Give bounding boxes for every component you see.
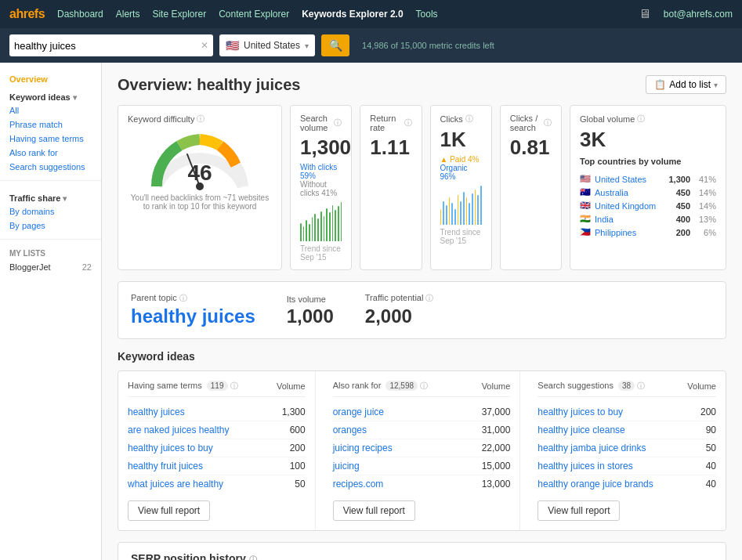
ki-keyword-link[interactable]: healthy juices: [128, 406, 185, 417]
clicks-value: 1K: [440, 128, 482, 152]
search-clear-icon[interactable]: ✕: [201, 40, 208, 51]
sv-bar: [309, 224, 310, 241]
parent-topic-volume-item: Its volume 1,000: [287, 294, 334, 327]
country-name[interactable]: United Kingdom: [595, 201, 658, 211]
ki-info-icon[interactable]: ⓘ: [230, 381, 238, 390]
serp-info-icon[interactable]: ⓘ: [249, 555, 257, 560]
sv-with-clicks[interactable]: With clicks 59%: [300, 163, 342, 180]
sv-bar: [324, 216, 325, 241]
gv-value: 3K: [580, 128, 716, 152]
nav-keywords-explorer[interactable]: Keywords Explorer 2.0: [302, 9, 403, 20]
ki-col-header: Search suggestions 38 ⓘ Volume: [537, 381, 716, 397]
ki-keyword-link[interactable]: juicing recipes: [333, 443, 393, 453]
ki-volume: 13,000: [482, 479, 511, 490]
ki-keyword-link[interactable]: what juices are healthy: [128, 479, 223, 490]
ki-row: healthy juices in stores 40: [537, 457, 716, 475]
search-button[interactable]: 🔍: [321, 34, 349, 56]
parent-topic-traffic-item: Traffic potential ⓘ 2,000: [365, 293, 434, 327]
clicks-chart: [440, 186, 482, 225]
country-flag-icon: 🇬🇧: [580, 201, 591, 211]
keyword-ideas-grid: Having same terms 119 ⓘ Volume healthy j…: [118, 370, 726, 531]
nav-alerts[interactable]: Alerts: [116, 9, 140, 20]
clicks-bar: [472, 193, 473, 225]
sv-without-clicks[interactable]: Without clicks 41%: [300, 180, 342, 197]
ki-keyword-link[interactable]: orange juice: [333, 406, 384, 417]
parent-topic-value[interactable]: healthy juices: [131, 305, 255, 327]
kd-info-icon[interactable]: ⓘ: [197, 114, 205, 125]
pt-info-icon[interactable]: ⓘ: [179, 294, 187, 302]
gv-countries-label: Top countries by volume: [580, 157, 716, 166]
ki-keyword-link[interactable]: healthy juices to buy: [128, 443, 213, 453]
sidebar-list-item[interactable]: BloggerJet 22: [9, 261, 92, 273]
add-to-list-label: Add to list: [669, 79, 711, 90]
clicks-bar: [443, 201, 444, 225]
gv-card-title: Global volume ⓘ: [580, 114, 716, 125]
sidebar-item-by-domains[interactable]: By domains: [0, 204, 101, 219]
parent-topic-item: Parent topic ⓘ healthy juices: [131, 293, 255, 327]
search-input[interactable]: [14, 40, 201, 52]
sidebar-my-lists: MY LISTS BloggerJet 22: [0, 246, 101, 276]
kd-score: 46: [187, 162, 212, 184]
cps-info-icon[interactable]: ⓘ: [544, 117, 552, 128]
ki-keyword-link[interactable]: healthy juices to buy: [537, 406, 623, 417]
ki-keyword-link[interactable]: are naked juices healthy: [128, 425, 229, 435]
metrics-row: Keyword difficulty ⓘ: [118, 105, 726, 270]
ki-keyword-link[interactable]: healthy juice cleanse: [537, 425, 624, 435]
pt-traffic-info-icon[interactable]: ⓘ: [425, 294, 433, 302]
ki-volume: 1,300: [282, 406, 306, 417]
ki-col-header: Also rank for 12,598 ⓘ Volume: [333, 381, 511, 397]
ki-keyword-link[interactable]: healthy jamba juice drinks: [537, 443, 646, 453]
sidebar-item-also-rank[interactable]: Also rank for: [0, 146, 101, 160]
top-nav: ahrefs Dashboard Alerts Site Explorer Co…: [0, 0, 742, 28]
ki-count-badge: 12,598: [385, 381, 418, 391]
country-name[interactable]: Philippines: [595, 228, 658, 237]
gv-info-icon[interactable]: ⓘ: [637, 114, 645, 125]
sv-bar: [306, 220, 307, 241]
search-input-wrap[interactable]: ✕: [9, 34, 213, 56]
country-name[interactable]: Australia: [595, 188, 658, 197]
nav-tools[interactable]: Tools: [416, 9, 438, 20]
ki-col-header: Having same terms 119 ⓘ Volume: [128, 381, 306, 397]
list-count: 22: [82, 262, 92, 272]
ki-row: recipes.com 13,000: [333, 475, 511, 493]
ki-keyword-link[interactable]: recipes.com: [333, 479, 384, 490]
view-full-report-button[interactable]: View full report: [537, 500, 620, 521]
sidebar-item-overview[interactable]: Overview: [0, 72, 101, 86]
ki-row: healthy jamba juice drinks 50: [537, 439, 716, 457]
sv-bar: [332, 205, 334, 241]
ki-keyword-link[interactable]: juicing: [333, 461, 360, 471]
ki-keyword-link[interactable]: healthy fruit juices: [128, 461, 203, 471]
country-selector[interactable]: 🇺🇸 United States ▾: [219, 34, 315, 56]
monitor-icon: 🖥: [639, 7, 651, 21]
ki-keyword-link[interactable]: oranges: [333, 425, 367, 435]
sidebar-item-same-terms[interactable]: Having same terms: [0, 132, 101, 146]
nav-dashboard[interactable]: Dashboard: [57, 9, 103, 20]
keyword-ideas-section: Keyword ideas Having same terms 119 ⓘ Vo…: [118, 350, 726, 531]
sidebar-item-all[interactable]: All: [0, 103, 101, 117]
country-name[interactable]: India: [595, 215, 658, 224]
clicks-paid[interactable]: ▲ Paid 4%: [440, 155, 482, 164]
clicks-info-icon[interactable]: ⓘ: [465, 114, 473, 125]
add-to-list-button[interactable]: 📋 Add to list ▾: [646, 75, 726, 94]
sv-info-icon[interactable]: ⓘ: [334, 117, 342, 128]
clicks-organic[interactable]: Organic 96%: [440, 164, 482, 181]
rr-value: 1.11: [370, 135, 411, 160]
serp-position-history-section: SERP position history ⓘ: [118, 542, 726, 560]
sidebar-item-search-suggestions[interactable]: Search suggestions: [0, 160, 101, 174]
country-name[interactable]: United States: [595, 175, 658, 184]
view-full-report-button[interactable]: View full report: [333, 500, 415, 521]
sidebar-item-by-pages[interactable]: By pages: [0, 219, 101, 233]
ki-row: healthy orange juice brands 40: [537, 475, 716, 493]
page-header: Overview: healthy juices 📋 Add to list ▾: [118, 75, 726, 94]
nav-content-explorer[interactable]: Content Explorer: [219, 9, 289, 20]
user-email[interactable]: bot@ahrefs.com: [664, 9, 733, 20]
ki-info-icon[interactable]: ⓘ: [420, 381, 428, 390]
ki-keyword-link[interactable]: healthy juices in stores: [537, 461, 632, 471]
ki-keyword-link[interactable]: healthy orange juice brands: [537, 479, 653, 490]
sidebar-item-phrase-match[interactable]: Phrase match: [0, 117, 101, 132]
country-percentage: 13%: [694, 215, 716, 224]
rr-info-icon[interactable]: ⓘ: [404, 117, 412, 128]
nav-site-explorer[interactable]: Site Explorer: [152, 9, 206, 20]
ki-info-icon[interactable]: ⓘ: [637, 381, 645, 390]
view-full-report-button[interactable]: View full report: [128, 500, 210, 521]
